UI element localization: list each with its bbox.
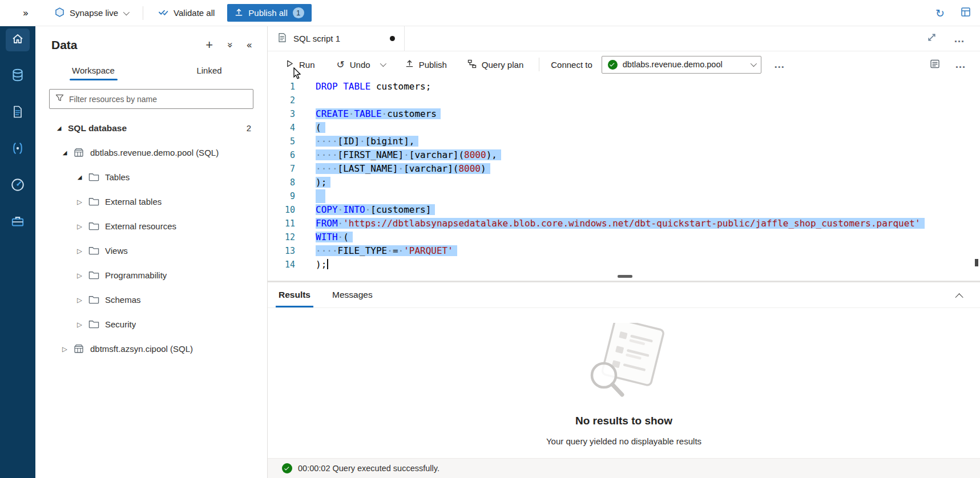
tree-item-dbtlabs-revenue-demo-pool-sql[interactable]: ◢dbtlabs.revenue.demo.pool (SQL) [35,140,267,165]
notifications-grid-icon[interactable] [961,7,971,19]
undo-dropdown-button[interactable] [379,59,390,70]
results-panel-header: Results Messages [268,282,980,308]
tab-linked[interactable]: Linked [151,57,267,83]
pool-name: dbtlabs.revenue.demo.pool [623,60,745,69]
code-line-13[interactable]: 13····FILE_TYPE·=·'PARQUET' [268,244,980,258]
toolbar-overflow-icon[interactable]: … [955,58,966,71]
publish-count-badge: 1 [293,7,304,18]
query-plan-label: Query plan [482,60,523,70]
tree-item-external-tables[interactable]: ▷External tables [35,189,267,214]
connect-pool-dropdown[interactable]: dbtlabs.revenue.demo.pool [602,56,761,74]
expander-collapsed-icon[interactable]: ▷ [75,247,84,255]
line-content: COPY·INTO·[customers] [303,203,435,217]
expander-collapsed-icon[interactable]: ▷ [75,222,84,230]
code-line-7[interactable]: 7····[LAST_NAME]·[varchar](8000) [268,162,980,176]
expander-collapsed-icon[interactable]: ▷ [61,345,69,353]
expander-expanded-icon[interactable]: ◢ [55,125,63,131]
tree-item-tables[interactable]: ◢Tables [35,165,267,189]
line-number[interactable]: 5 [268,135,303,148]
validate-all-button[interactable]: Validate all [158,7,215,18]
expander-collapsed-icon[interactable]: ▷ [75,296,84,304]
line-number[interactable]: 1 [268,80,303,94]
line-number[interactable]: 11 [268,217,303,230]
line-content: ····FILE_TYPE·=·'PARQUET' [303,244,457,258]
line-number[interactable]: 4 [268,121,303,135]
sql-code-editor[interactable]: 1DROP TABLE customers;23CREATE·TABLE·cus… [268,78,980,281]
expand-editor-icon[interactable] [927,33,937,44]
tree-item-views[interactable]: ▷Views [35,238,267,263]
query-plan-button[interactable]: Query plan [462,56,529,74]
expander-expanded-icon[interactable]: ◢ [61,149,69,156]
tab-workspace[interactable]: Workspace [35,57,151,83]
sidebar-tabs: Workspace Linked [35,57,267,83]
double-chevron-down-icon[interactable]: « [224,42,235,48]
overview-ruler-mark[interactable] [975,259,978,266]
nav-monitor-button[interactable] [6,175,30,197]
code-line-14[interactable]: 14); [268,258,980,272]
expander-expanded-icon[interactable]: ◢ [75,174,84,180]
tree-item-programmability[interactable]: ▷Programmability [35,263,267,287]
line-number[interactable]: 7 [268,162,303,176]
collapse-panel-icon[interactable]: « [247,39,252,51]
chevron-down-icon [123,9,130,15]
line-number[interactable]: 10 [268,203,303,217]
tree-item-schemas[interactable]: ▷Schemas [35,287,267,312]
code-line-12[interactable]: 12WITH·( [268,230,980,244]
expander-collapsed-icon[interactable]: ▷ [75,321,84,329]
publish-all-button[interactable]: Publish all 1 [227,4,311,22]
tree-item-external-resources[interactable]: ▷External resources [35,214,267,238]
pool-online-icon [608,60,618,70]
nav-manage-button[interactable] [6,211,30,234]
collapse-results-icon[interactable] [957,291,963,302]
tab-sql-script-1[interactable]: SQL script 1 [268,26,405,51]
line-number[interactable]: 3 [268,107,303,121]
line-content: FROM·'https://dbtlabsynapsedatalake.blob… [303,217,925,230]
nav-data-button[interactable] [6,65,30,88]
properties-icon[interactable] [930,59,940,71]
line-number[interactable]: 8 [268,176,303,189]
code-line-6[interactable]: 6····[FIRST_NAME]·[varchar](8000), [268,148,980,162]
tab-results[interactable]: Results [276,282,313,307]
code-line-5[interactable]: 5····[ID]·[bigint], [268,135,980,148]
tab-messages[interactable]: Messages [329,282,376,307]
nav-home-button[interactable] [6,29,30,51]
horizontal-scrollbar-thumb[interactable] [618,275,632,278]
tabstrip-more-icon[interactable]: … [954,33,965,45]
folder-icon [88,172,100,183]
line-number[interactable]: 12 [268,230,303,244]
add-resource-icon[interactable]: + [205,38,213,52]
tab-linked-label: Linked [196,66,221,75]
refresh-icon[interactable]: ↻ [935,7,945,19]
nav-integrate-button[interactable] [6,138,30,161]
run-button[interactable]: Run [280,56,320,73]
code-line-2[interactable]: 2 [268,94,980,107]
code-line-8[interactable]: 8); [268,176,980,189]
nav-develop-button[interactable] [6,102,30,124]
filter-resources-input[interactable] [69,95,247,104]
line-number[interactable]: 13 [268,244,303,258]
filter-funnel-icon [55,94,64,104]
toolbar-more-icon[interactable]: … [774,58,785,71]
code-line-11[interactable]: 11FROM·'https://dbtlabsynapsedatalake.bl… [268,217,980,230]
expander-collapsed-icon[interactable]: ▷ [75,198,84,206]
code-line-4[interactable]: 4( [268,121,980,135]
line-number[interactable]: 2 [268,94,303,107]
mode-switcher-synapse-live[interactable]: Synapse live [55,7,128,19]
line-number[interactable]: 6 [268,148,303,162]
line-number[interactable]: 14 [268,258,303,272]
tree-item-dbtmsft-azsyn-cipool-sql[interactable]: ▷dbtmsft.azsyn.cipool (SQL) [35,337,267,361]
publish-button[interactable]: Publish [400,56,452,73]
results-empty-state: No results to show Your query yielded no… [268,308,980,458]
folder-icon [88,295,100,305]
code-line-9[interactable]: 9 [268,189,980,203]
line-number[interactable]: 9 [268,189,303,203]
code-line-10[interactable]: 10COPY·INTO·[customers] [268,203,980,217]
undo-button[interactable]: ↺ Undo [332,55,376,74]
tree-item-sql-database[interactable]: ◢SQL database2 [35,116,267,140]
expander-collapsed-icon[interactable]: ▷ [75,272,84,279]
expand-double-chevron-icon[interactable]: » [19,7,32,19]
code-line-1[interactable]: 1DROP TABLE customers; [268,80,980,94]
code-line-3[interactable]: 3CREATE·TABLE·customers [268,107,980,121]
tree-item-security[interactable]: ▷Security [35,312,267,337]
document-icon [11,105,25,121]
